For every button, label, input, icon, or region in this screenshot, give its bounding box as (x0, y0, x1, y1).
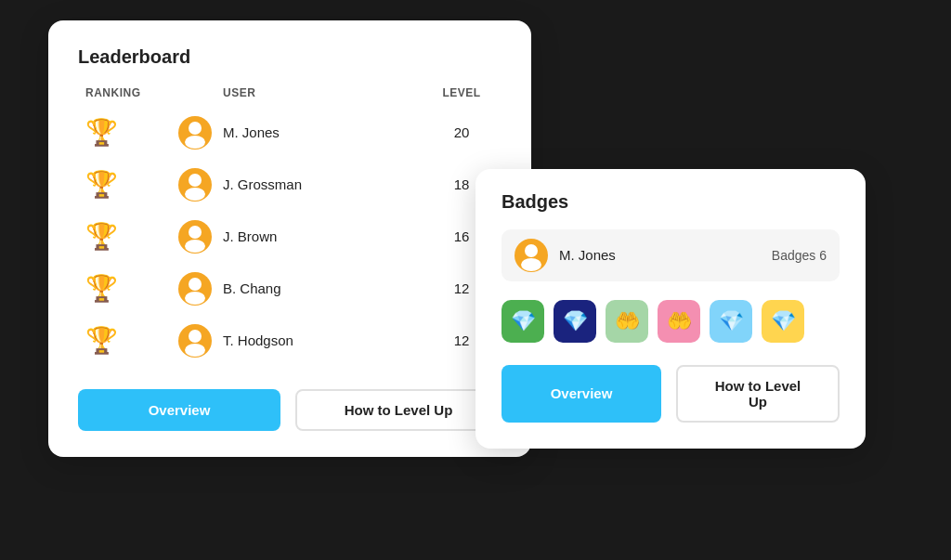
avatar (178, 324, 212, 358)
trophy-icon: 🏆 (85, 221, 178, 252)
badge-icon-4: 🤲 (658, 300, 700, 343)
trophy-icon: 🏆 (85, 169, 178, 200)
badges-levelup-button[interactable]: How to Level Up (676, 365, 840, 423)
svg-point-7 (185, 292, 205, 305)
badges-overview-button[interactable]: Overview (502, 365, 661, 423)
badges-card: Badges M. Jones Badges 6 💎 💎 🤲 🤲 💎 💎 Ove… (476, 169, 866, 449)
table-header: RANKING USER LEVEL (78, 86, 502, 99)
table-row: 🏆 T. Hodgson 12 (78, 315, 502, 367)
col-user-header: USER (178, 86, 429, 99)
ui-container: Leaderboard RANKING USER LEVEL 🏆 M. Jone… (48, 20, 903, 540)
user-info: B. Chang (178, 272, 429, 306)
svg-point-6 (189, 278, 202, 291)
badges-count: Badges 6 (772, 248, 827, 263)
trophy-icon: 🏆 (85, 273, 178, 304)
trophy-icon: 🏆 (85, 325, 178, 356)
svg-point-9 (185, 344, 205, 357)
badges-avatar (515, 239, 548, 272)
user-name: J. Grossman (223, 176, 302, 192)
avatar (178, 168, 212, 202)
leaderboard-title: Leaderboard (78, 46, 502, 68)
avatar (178, 220, 212, 254)
badges-user-row: M. Jones Badges 6 (502, 229, 840, 281)
svg-point-11 (521, 258, 541, 271)
svg-point-8 (189, 330, 202, 343)
svg-point-0 (189, 122, 202, 135)
svg-point-3 (185, 188, 205, 201)
user-info: T. Hodgson (178, 324, 429, 358)
user-info: J. Brown (178, 220, 429, 254)
badge-icon-3: 🤲 (606, 300, 648, 343)
table-row: 🏆 B. Chang 12 (78, 263, 502, 315)
user-name: J. Brown (223, 228, 277, 244)
leaderboard-levelup-button[interactable]: How to Level Up (295, 389, 502, 431)
badge-icon-5: 💎 (710, 300, 752, 343)
svg-point-1 (185, 136, 205, 149)
table-row: 🏆 J. Brown 16 (78, 211, 502, 263)
user-info: M. Jones (178, 116, 429, 150)
user-name: B. Chang (223, 280, 281, 296)
col-level-header: LEVEL (429, 86, 494, 99)
table-row: 🏆 J. Grossman 18 (78, 159, 502, 211)
avatar (178, 116, 212, 150)
avatar (178, 272, 212, 306)
badges-user-name: M. Jones (559, 247, 616, 263)
leaderboard-overview-button[interactable]: Overview (78, 389, 280, 431)
svg-point-10 (525, 244, 538, 257)
user-name: M. Jones (223, 124, 280, 140)
badge-icon-2: 💎 (554, 300, 596, 343)
leaderboard-card: Leaderboard RANKING USER LEVEL 🏆 M. Jone… (48, 20, 531, 457)
col-ranking-header: RANKING (85, 86, 178, 99)
badges-user-info: M. Jones (515, 239, 772, 272)
table-row: 🏆 M. Jones 20 (78, 107, 502, 159)
user-name: T. Hodgson (223, 332, 293, 348)
svg-point-5 (185, 240, 205, 253)
leaderboard-actions: Overview How to Level Up (78, 389, 502, 431)
svg-point-2 (189, 174, 202, 187)
svg-point-4 (189, 226, 202, 239)
trophy-icon: 🏆 (85, 117, 178, 148)
badges-title: Badges (502, 191, 840, 213)
badge-icon-1: 💎 (502, 300, 544, 343)
level-value: 20 (429, 124, 494, 140)
user-info: J. Grossman (178, 168, 429, 202)
badge-icon-6: 💎 (762, 300, 804, 343)
badges-actions: Overview How to Level Up (502, 365, 840, 423)
badges-icons-row: 💎 💎 🤲 🤲 💎 💎 (502, 296, 840, 346)
